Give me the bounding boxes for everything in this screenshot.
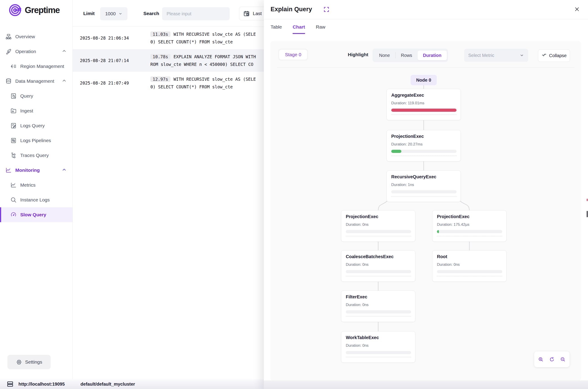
query-timestamp: 2025-08-28 21:06:34 xyxy=(73,35,150,40)
sidebar-nav: OverviewOperationRegion ManagementData M… xyxy=(0,29,73,222)
sidebar-item-label: Operation xyxy=(15,49,36,54)
sidebar-item-region-management[interactable]: Region Management xyxy=(0,59,73,74)
plan-node-recursivequeryexec[interactable]: RecursiveQueryExecDuration: 1ns xyxy=(387,170,461,202)
node-title: RecursiveQueryExec xyxy=(391,174,436,179)
node-separator xyxy=(346,276,411,276)
plan-node-worktableexec[interactable]: WorkTableExecDuration: 0ns xyxy=(341,331,415,363)
plan-node-projectionexec[interactable]: ProjectionExecDuration: 0ns xyxy=(341,210,415,242)
database-icon xyxy=(5,78,12,84)
plan-node-root[interactable]: RootDuration: 0ns xyxy=(432,250,507,282)
sidebar-item-label: Instance Logs xyxy=(20,197,50,203)
close-icon[interactable] xyxy=(574,6,580,13)
node-separator xyxy=(437,236,502,236)
node-duration: Duration: 0ns xyxy=(346,343,368,348)
query-timestamp: 2025-08-28 21:07:14 xyxy=(73,58,150,63)
sidebar-item-instance-logs[interactable]: Instance Logs xyxy=(0,193,73,207)
zoom-controls xyxy=(534,352,570,367)
query-doc-icon xyxy=(10,93,17,99)
region-icon xyxy=(10,63,17,69)
duration-badge: 10.78s xyxy=(150,54,170,59)
duration-bar xyxy=(391,190,457,193)
sidebar-item-slow-query[interactable]: Slow Query xyxy=(0,207,73,222)
app-logo: Greptime xyxy=(8,3,60,17)
node-title: FilterExec xyxy=(346,294,368,299)
node-title: WorkTableExec xyxy=(346,335,379,340)
sidebar-item-label: Query xyxy=(20,93,33,99)
query-timestamp: 2025-08-28 21:07:49 xyxy=(73,80,150,85)
pipelines-icon xyxy=(10,137,17,144)
node-separator xyxy=(346,236,411,236)
tab-raw[interactable]: Raw xyxy=(316,24,325,34)
chevron-up-icon xyxy=(62,167,67,173)
logs-query-icon xyxy=(10,123,17,129)
query-text: 12.97sWITH RECURSIVE slow_cte AS (SELE0)… xyxy=(150,75,256,91)
scrollbar-thumb[interactable] xyxy=(587,211,588,217)
app-logo-text: Greptime xyxy=(25,5,60,15)
query-text: 10.78sEXPLAIN ANALYZE FORMAT JSON WITHRO… xyxy=(150,53,256,68)
node-duration: Duration: 175.42µs xyxy=(437,222,469,227)
plan-node-filterexec[interactable]: FilterExecDuration: 0ns xyxy=(341,291,415,322)
node-separator xyxy=(346,316,411,317)
node-duration: Duration: 0ns xyxy=(437,262,460,267)
sitemap-icon xyxy=(5,33,12,40)
zoom-out-icon[interactable] xyxy=(560,357,566,362)
fullscreen-icon[interactable] xyxy=(323,6,330,13)
sidebar-item-monitoring[interactable]: Monitoring xyxy=(0,163,73,178)
node-title: CoalesceBatchesExec xyxy=(346,254,394,259)
duration-badge: 12.97s xyxy=(150,76,170,82)
drawer-header: Explain Query xyxy=(264,0,588,19)
settings-label: Settings xyxy=(25,359,42,365)
sidebar-item-label: Metrics xyxy=(20,182,36,188)
sidebar-item-traces-query[interactable]: Traces Query xyxy=(0,148,73,163)
sidebar-item-logs-pipelines[interactable]: Logs Pipelines xyxy=(0,133,73,148)
settings-button[interactable]: Settings xyxy=(7,355,51,369)
drawer-title: Explain Query xyxy=(271,6,312,13)
duration-bar xyxy=(437,270,502,273)
drawer-tabs: TableChartRaw xyxy=(271,24,325,34)
plan-node-aggregateexec[interactable]: AggregateExecDuration: 119.01ms xyxy=(387,89,461,120)
sidebar-item-metrics[interactable]: Metrics xyxy=(0,178,73,193)
tab-chart[interactable]: Chart xyxy=(293,24,305,34)
duration-bar xyxy=(437,230,502,233)
sidebar-item-label: Logs Query xyxy=(20,123,45,129)
node-duration: Duration: 0ns xyxy=(346,262,368,267)
sidebar-item-label: Ingest xyxy=(20,108,33,114)
tab-table[interactable]: Table xyxy=(271,24,282,34)
gear-icon xyxy=(16,359,22,365)
metrics-icon xyxy=(10,182,17,188)
reset-zoom-icon[interactable] xyxy=(549,357,555,362)
chevron-up-icon xyxy=(62,78,67,84)
sidebar: Greptime OverviewOperationRegion Managem… xyxy=(0,0,73,379)
duration-badge: 11.03s xyxy=(150,32,170,37)
search-icon xyxy=(10,197,17,203)
duration-bar xyxy=(346,310,411,313)
node-0-badge: Node 0 xyxy=(411,75,437,85)
sidebar-item-logs-query[interactable]: Logs Query xyxy=(0,118,73,133)
limit-select[interactable]: 1000 xyxy=(100,7,127,20)
duration-bar xyxy=(346,230,411,233)
duration-bar xyxy=(346,270,411,273)
sidebar-item-label: Data Management xyxy=(15,78,54,84)
duration-bar xyxy=(391,150,457,153)
sidebar-item-overview[interactable]: Overview xyxy=(0,29,73,44)
zoom-in-icon[interactable] xyxy=(538,357,544,362)
database-name: default/default_mycluster xyxy=(81,382,135,387)
sidebar-item-operation[interactable]: Operation xyxy=(0,44,73,59)
plan-node-coalescebatchesexec[interactable]: CoalesceBatchesExecDuration: 0ns xyxy=(341,250,415,282)
plan-node-projectionexec[interactable]: ProjectionExecDuration: 175.42µs xyxy=(432,210,507,242)
query-text: 11.03sWITH RECURSIVE slow_cte AS (SELE0)… xyxy=(150,30,256,46)
search-label: Search xyxy=(143,11,159,16)
node-separator xyxy=(391,114,457,115)
node-title: AggregateExec xyxy=(391,93,424,98)
sidebar-item-query[interactable]: Query xyxy=(0,89,73,103)
chevron-up-icon xyxy=(62,49,67,55)
plan-node-projectionexec[interactable]: ProjectionExecDuration: 20.27ms xyxy=(387,130,461,162)
node-duration: Duration: 0ns xyxy=(346,222,368,227)
sidebar-item-data-management[interactable]: Data Management xyxy=(0,74,73,89)
search-input[interactable] xyxy=(162,7,230,20)
traces-icon xyxy=(10,152,17,159)
sidebar-item-label: Logs Pipelines xyxy=(20,138,51,143)
sidebar-item-ingest[interactable]: Ingest xyxy=(0,103,73,118)
sidebar-item-label: Traces Query xyxy=(20,153,49,158)
node-separator xyxy=(391,196,457,196)
